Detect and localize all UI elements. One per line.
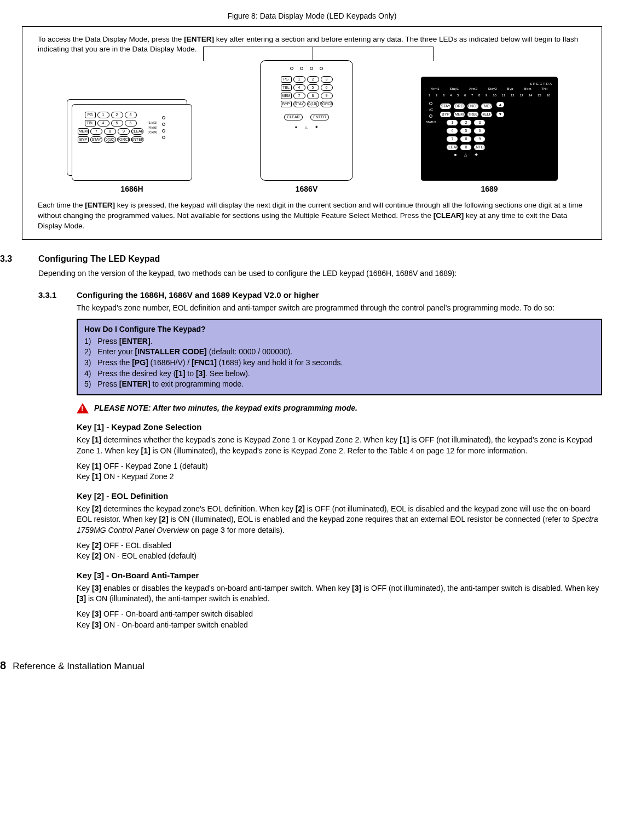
key2-off: Key [2] OFF - EOL disabled <box>77 540 602 551</box>
kp-btn: 0 <box>460 144 472 151</box>
fo-t1: Each time the <box>38 201 85 209</box>
kp-btn: PG <box>85 112 96 118</box>
keypad-1686v: PG123 TBL456 MEM789 BYPSTAY0(10)FORCE CL… <box>260 60 353 195</box>
kp-btn: CLEAR <box>284 114 303 120</box>
kp-btn: TBL <box>85 120 96 126</box>
kp-btn: BYP <box>281 101 292 107</box>
device-1689: SPECTRA Arm1Stay1Arm2Stay2BypMemTrbl 123… <box>421 77 558 181</box>
kp-btn: STAY <box>440 103 452 110</box>
kp-btn: 8 <box>307 93 319 99</box>
kp-hdr: Stay2 <box>488 87 497 91</box>
kp-hdr: Mem <box>523 87 531 91</box>
howto-step-2: 2) Enter your [INSTALLER CODE] (default:… <box>84 347 594 358</box>
kp-btn: PG <box>281 76 292 83</box>
kp-hdr: Trbl <box>541 87 547 91</box>
key1-para: Key [1] determines whether the keypad's … <box>77 435 602 456</box>
kp-btn: 5 <box>307 84 319 91</box>
kp-btn: 9 <box>118 128 130 135</box>
key1-title: Key [1] - Keypad Zone Selection <box>77 421 602 433</box>
kp-arrow-up: ▲ <box>496 101 505 108</box>
figure-box: To access the Data Display Mode, press t… <box>22 26 602 240</box>
howto-step-1: 1) Press [ENTER]. <box>84 336 594 347</box>
kp-btn: 0(10) <box>307 101 319 107</box>
kp-btn: TRBL <box>467 111 479 118</box>
page-number: 8 <box>0 658 6 673</box>
kp-btn: 8 <box>460 136 472 142</box>
kp-led-label: [1]+[3] <box>148 120 157 125</box>
kp-btn: 6 <box>473 128 486 134</box>
key3-off: Key [3] OFF - On-board anti-tamper switc… <box>77 609 602 620</box>
kp-btn: 6 <box>125 120 137 126</box>
kp-btn: 1 <box>97 112 109 118</box>
howto-step-5: 5) Press [ENTER] to exit programming mod… <box>84 379 594 390</box>
kp-btn: FORCE <box>453 103 465 110</box>
kp-led-label: [4]+[6] <box>148 125 157 130</box>
warning-icon <box>77 403 89 413</box>
kp-btn: 9 <box>321 93 333 99</box>
howto-step-3: 3) Press the [PG] (1686H/V) / [FNC1] (16… <box>84 358 594 369</box>
keypad-1689: SPECTRA Arm1Stay1Arm2Stay2BypMemTrbl 123… <box>421 77 558 195</box>
key3-on: Key [3] ON - On-board anti-tamper switch… <box>77 620 602 631</box>
key3-para: Key [3] enables or disables the keypad's… <box>77 583 602 605</box>
kp-hdr: Arm2 <box>469 87 478 91</box>
kp-btn: 8 <box>104 128 116 135</box>
kp-btn: MEM <box>281 93 292 99</box>
keypad-label-1686v: 1686V <box>296 184 317 195</box>
kp-btn: 3 <box>473 119 486 126</box>
section-3-3-body: Depending on the version of the keypad, … <box>38 268 602 279</box>
figure-intro-t1: To access the Data Display Mode, press t… <box>38 35 184 43</box>
kp-btn: ENTER <box>131 136 143 143</box>
section-num: 3.3 <box>0 253 27 265</box>
kp-btn: CLEAR <box>446 144 458 151</box>
howto-title: How Do I Configure The Keypad? <box>84 324 594 335</box>
kp-btn: 4 <box>446 128 458 134</box>
page-footer: 8 Reference & Installation Manual <box>0 658 602 673</box>
figure-outro: Each time the [ENTER] key is pressed, th… <box>38 200 592 232</box>
kp-btn: FORCE <box>118 136 130 143</box>
footer-text: Reference & Installation Manual <box>13 660 145 673</box>
kp-btn: 1 <box>446 119 458 126</box>
kp-btn: 9 <box>473 136 486 142</box>
kp-btn: FORCE <box>321 101 333 107</box>
kp-btn: 2 <box>307 76 319 83</box>
kp-btn: TBL <box>281 84 292 91</box>
kp-btn: 5 <box>111 120 123 126</box>
kp-btn: 5 <box>460 128 472 134</box>
key2-on: Key [2] ON - EOL enabled (default) <box>77 551 602 562</box>
subsection-num: 3.3.1 <box>38 289 66 301</box>
howto-box: How Do I Configure The Keypad? 1) Press … <box>77 319 602 395</box>
kp-btn: 4 <box>97 120 109 126</box>
kp-btn: FNC1 <box>467 103 479 110</box>
kp-btn: 7 <box>293 93 305 99</box>
key2-para: Key [2] determines the keypad zone's EOL… <box>77 504 602 536</box>
kp-hdr: Arm1 <box>431 87 440 91</box>
kp-btn: HELP <box>481 111 493 118</box>
howto-list: 1) Press [ENTER]. 2) Enter your [INSTALL… <box>84 336 594 390</box>
kp-btn: 2 <box>460 119 472 126</box>
kp-btn: BYP <box>78 136 89 143</box>
please-note: PLEASE NOTE: After two minutes, the keyp… <box>77 403 602 414</box>
key3-title: Key [3] - On-Board Anti-Tamper <box>77 569 602 581</box>
kp-btn: MEM <box>453 111 465 118</box>
kp-btn: 2 <box>111 112 123 118</box>
keypad-1686h: PG123 TBL456 MEM789CLEAR BYPSTAY0(10)FOR… <box>72 104 192 195</box>
kp-btn: 3 <box>125 112 137 118</box>
kp-btn: ENTER <box>473 144 486 151</box>
kp-btn: 3 <box>321 76 333 83</box>
kp-btn: STAY <box>293 101 305 107</box>
section-3-3-header: 3.3 Configuring The LED Keypad <box>0 253 602 265</box>
device-1686h: PG123 TBL456 MEM789CLEAR BYPSTAY0(10)FOR… <box>72 104 192 181</box>
kp-btn: MEM <box>78 128 89 135</box>
kp-btn: 1 <box>293 76 305 83</box>
keypad-label-1686h: 1686H <box>120 184 143 195</box>
kp-brand: SPECTRA <box>426 82 553 86</box>
keypad-label-1689: 1689 <box>481 184 498 195</box>
subsection-3-3-1-body: The keypad's zone number, EOL definition… <box>77 303 602 630</box>
subsection-intro: The keypad's zone number, EOL definition… <box>77 303 602 314</box>
note-text: PLEASE NOTE: After two minutes, the keyp… <box>94 403 357 414</box>
kp-hdr: Byp <box>507 87 513 91</box>
kp-led-label: [7]+[9] <box>148 130 157 134</box>
kp-btn: 6 <box>321 84 333 91</box>
key1-on: Key [1] ON - Keypad Zone 2 <box>77 471 602 482</box>
kp-btn: 0(10) <box>104 136 116 143</box>
